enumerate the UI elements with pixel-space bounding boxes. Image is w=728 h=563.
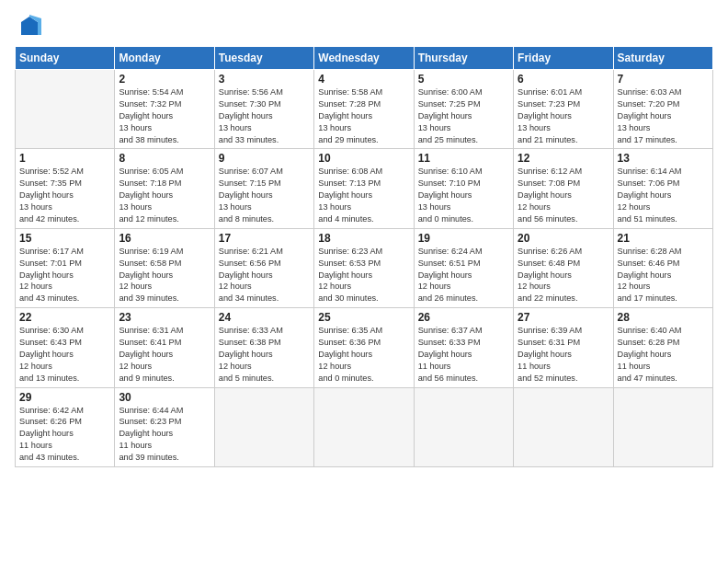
calendar-cell: 20Sunrise: 6:26 AMSunset: 6:48 PMDayligh… xyxy=(514,228,613,307)
calendar-cell: 15Sunrise: 6:17 AMSunset: 7:01 PMDayligh… xyxy=(16,228,115,307)
day-detail: Sunrise: 6:30 AMSunset: 6:43 PMDaylight … xyxy=(19,325,110,384)
calendar-cell: 3Sunrise: 5:56 AMSunset: 7:30 PMDaylight… xyxy=(214,70,313,149)
calendar-cell xyxy=(514,387,613,466)
calendar-cell: 21Sunrise: 6:28 AMSunset: 6:46 PMDayligh… xyxy=(613,228,712,307)
calendar-cell: 8Sunrise: 6:05 AMSunset: 7:18 PMDaylight… xyxy=(115,149,214,228)
day-number: 13 xyxy=(618,152,709,165)
calendar-cell xyxy=(214,387,313,466)
day-number: 1 xyxy=(19,152,110,165)
calendar-cell: 28Sunrise: 6:40 AMSunset: 6:28 PMDayligh… xyxy=(613,308,712,387)
day-detail: Sunrise: 6:23 AMSunset: 6:53 PMDaylight … xyxy=(318,246,409,304)
calendar-cell: 13Sunrise: 6:14 AMSunset: 7:06 PMDayligh… xyxy=(613,149,712,228)
day-detail: Sunrise: 6:44 AMSunset: 6:23 PMDaylight … xyxy=(119,405,210,464)
day-number: 6 xyxy=(518,73,609,86)
day-number: 3 xyxy=(219,73,310,86)
calendar-cell: 24Sunrise: 6:33 AMSunset: 6:38 PMDayligh… xyxy=(214,308,313,387)
weekday-header-thursday: Thursday xyxy=(414,47,513,70)
day-number: 10 xyxy=(318,152,409,165)
logo-icon xyxy=(17,15,41,39)
weekday-header-saturday: Saturday xyxy=(613,47,712,70)
day-detail: Sunrise: 6:07 AMSunset: 7:15 PMDaylight … xyxy=(219,166,310,224)
day-number: 27 xyxy=(518,311,609,324)
calendar-cell xyxy=(613,387,712,466)
day-number: 25 xyxy=(318,311,409,324)
calendar-cell: 11Sunrise: 6:10 AMSunset: 7:10 PMDayligh… xyxy=(414,149,513,228)
day-detail: Sunrise: 6:08 AMSunset: 7:13 PMDaylight … xyxy=(318,166,409,224)
day-detail: Sunrise: 6:12 AMSunset: 7:08 PMDaylight … xyxy=(518,166,609,224)
calendar-cell xyxy=(314,387,414,466)
day-number: 4 xyxy=(318,73,409,86)
calendar-cell: 6Sunrise: 6:01 AMSunset: 7:23 PMDaylight… xyxy=(514,70,613,149)
day-number: 9 xyxy=(219,152,310,165)
day-number: 17 xyxy=(219,232,310,245)
day-number: 20 xyxy=(518,232,609,245)
calendar-cell: 17Sunrise: 6:21 AMSunset: 6:56 PMDayligh… xyxy=(214,228,313,307)
day-number: 21 xyxy=(618,232,709,245)
day-detail: Sunrise: 6:39 AMSunset: 6:31 PMDaylight … xyxy=(518,325,609,384)
day-detail: Sunrise: 5:52 AMSunset: 7:35 PMDaylight … xyxy=(19,166,110,224)
weekday-header-friday: Friday xyxy=(514,47,613,70)
weekday-header-sunday: Sunday xyxy=(16,47,115,70)
day-detail: Sunrise: 6:37 AMSunset: 6:33 PMDaylight … xyxy=(418,325,509,384)
day-number: 29 xyxy=(19,391,110,404)
calendar-cell xyxy=(414,387,513,466)
day-detail: Sunrise: 6:00 AMSunset: 7:25 PMDaylight … xyxy=(418,86,509,145)
calendar-cell: 2Sunrise: 5:54 AMSunset: 7:32 PMDaylight… xyxy=(115,70,214,149)
calendar-cell: 16Sunrise: 6:19 AMSunset: 6:58 PMDayligh… xyxy=(115,228,214,307)
calendar-cell: 30Sunrise: 6:44 AMSunset: 6:23 PMDayligh… xyxy=(115,387,214,466)
calendar-cell: 18Sunrise: 6:23 AMSunset: 6:53 PMDayligh… xyxy=(314,228,414,307)
calendar-cell: 1Sunrise: 5:52 AMSunset: 7:35 PMDaylight… xyxy=(16,149,115,228)
day-number: 15 xyxy=(19,232,110,245)
day-detail: Sunrise: 6:28 AMSunset: 6:46 PMDaylight … xyxy=(618,246,709,304)
calendar-cell: 9Sunrise: 6:07 AMSunset: 7:15 PMDaylight… xyxy=(214,149,313,228)
day-detail: Sunrise: 6:26 AMSunset: 6:48 PMDaylight … xyxy=(518,246,609,304)
day-number: 2 xyxy=(119,73,210,86)
day-detail: Sunrise: 6:10 AMSunset: 7:10 PMDaylight … xyxy=(418,166,509,224)
day-detail: Sunrise: 6:24 AMSunset: 6:51 PMDaylight … xyxy=(418,246,509,304)
day-number: 11 xyxy=(418,152,509,165)
day-number: 24 xyxy=(219,311,310,324)
calendar-cell: 25Sunrise: 6:35 AMSunset: 6:36 PMDayligh… xyxy=(314,308,414,387)
calendar-cell: 22Sunrise: 6:30 AMSunset: 6:43 PMDayligh… xyxy=(16,308,115,387)
calendar-cell: 5Sunrise: 6:00 AMSunset: 7:25 PMDaylight… xyxy=(414,70,513,149)
calendar-cell: 26Sunrise: 6:37 AMSunset: 6:33 PMDayligh… xyxy=(414,308,513,387)
day-detail: Sunrise: 6:01 AMSunset: 7:23 PMDaylight … xyxy=(518,86,609,145)
day-detail: Sunrise: 5:54 AMSunset: 7:32 PMDaylight … xyxy=(119,86,210,145)
day-detail: Sunrise: 6:31 AMSunset: 6:41 PMDaylight … xyxy=(119,325,210,384)
day-detail: Sunrise: 6:42 AMSunset: 6:26 PMDaylight … xyxy=(19,405,110,464)
day-number: 12 xyxy=(518,152,609,165)
calendar-table: SundayMondayTuesdayWednesdayThursdayFrid… xyxy=(15,46,713,467)
weekday-header-wednesday: Wednesday xyxy=(314,47,414,70)
day-number: 7 xyxy=(618,73,709,86)
calendar-cell: 27Sunrise: 6:39 AMSunset: 6:31 PMDayligh… xyxy=(514,308,613,387)
day-number: 18 xyxy=(318,232,409,245)
day-number: 5 xyxy=(418,73,509,86)
day-number: 23 xyxy=(119,311,210,324)
calendar-cell: 10Sunrise: 6:08 AMSunset: 7:13 PMDayligh… xyxy=(314,149,414,228)
day-detail: Sunrise: 6:19 AMSunset: 6:58 PMDaylight … xyxy=(119,246,210,304)
day-number: 8 xyxy=(119,152,210,165)
day-number: 30 xyxy=(119,391,210,404)
day-detail: Sunrise: 6:17 AMSunset: 7:01 PMDaylight … xyxy=(19,246,110,304)
day-number: 28 xyxy=(618,311,709,324)
day-detail: Sunrise: 6:35 AMSunset: 6:36 PMDaylight … xyxy=(318,325,409,384)
day-number: 16 xyxy=(119,232,210,245)
day-number: 22 xyxy=(19,311,110,324)
day-detail: Sunrise: 6:33 AMSunset: 6:38 PMDaylight … xyxy=(219,325,310,384)
calendar-cell: 12Sunrise: 6:12 AMSunset: 7:08 PMDayligh… xyxy=(514,149,613,228)
weekday-header-tuesday: Tuesday xyxy=(214,47,313,70)
day-detail: Sunrise: 6:03 AMSunset: 7:20 PMDaylight … xyxy=(618,86,709,145)
calendar-cell: 29Sunrise: 6:42 AMSunset: 6:26 PMDayligh… xyxy=(16,387,115,466)
weekday-header-monday: Monday xyxy=(115,47,214,70)
day-number: 26 xyxy=(418,311,509,324)
day-detail: Sunrise: 6:21 AMSunset: 6:56 PMDaylight … xyxy=(219,246,310,304)
day-detail: Sunrise: 6:14 AMSunset: 7:06 PMDaylight … xyxy=(618,166,709,224)
calendar-cell xyxy=(16,70,115,149)
day-detail: Sunrise: 5:56 AMSunset: 7:30 PMDaylight … xyxy=(219,86,310,145)
day-detail: Sunrise: 6:05 AMSunset: 7:18 PMDaylight … xyxy=(119,166,210,224)
calendar-cell: 23Sunrise: 6:31 AMSunset: 6:41 PMDayligh… xyxy=(115,308,214,387)
day-detail: Sunrise: 5:58 AMSunset: 7:28 PMDaylight … xyxy=(318,86,409,145)
calendar-cell: 7Sunrise: 6:03 AMSunset: 7:20 PMDaylight… xyxy=(613,70,712,149)
day-detail: Sunrise: 6:40 AMSunset: 6:28 PMDaylight … xyxy=(618,325,709,384)
calendar-cell: 4Sunrise: 5:58 AMSunset: 7:28 PMDaylight… xyxy=(314,70,414,149)
